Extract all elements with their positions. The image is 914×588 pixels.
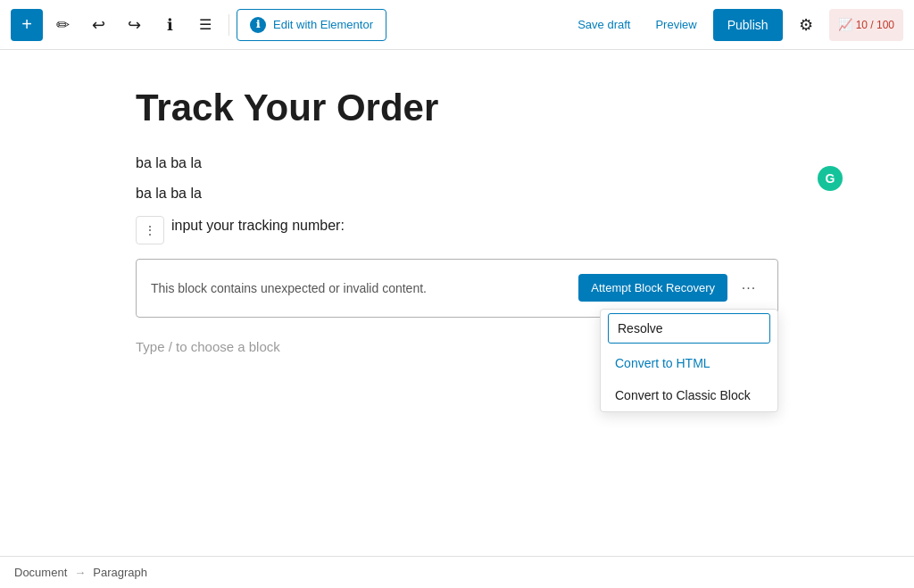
block-handle[interactable]: ⋮ <box>136 216 164 244</box>
breadcrumb-document[interactable]: Document <box>14 566 67 579</box>
undo-icon: ↩ <box>92 15 105 35</box>
redo-button[interactable]: ↪ <box>118 9 150 41</box>
tracking-block: ⋮ input your tracking number: <box>136 212 778 244</box>
toolbar-divider <box>228 14 229 36</box>
publish-button[interactable]: Publish <box>713 9 783 41</box>
main-area: Track Your Order ba la ba la ba la ba la… <box>0 50 914 556</box>
redo-icon: ↪ <box>128 15 141 35</box>
breadcrumb-paragraph[interactable]: Paragraph <box>93 566 147 579</box>
block-options-dropdown: Resolve Convert to HTML Convert to Class… <box>600 309 778 412</box>
readability-score-button[interactable]: 📈 10 / 100 <box>829 9 903 41</box>
elementor-button-label: Edit with Elementor <box>273 18 373 31</box>
attempt-recovery-button[interactable]: Attempt Block Recovery <box>578 274 727 302</box>
ellipsis-icon: ··· <box>742 280 756 296</box>
save-draft-button[interactable]: Save draft <box>569 12 639 37</box>
main-toolbar: + ✏ ↩ ↪ ℹ ☰ ℹ Edit with Elementor Save d… <box>0 0 914 50</box>
readability-trend-icon: 📈 <box>838 18 852 31</box>
tracking-block-text[interactable]: input your tracking number: <box>171 212 345 234</box>
editor-canvas[interactable]: Track Your Order ba la ba la ba la ba la… <box>0 50 914 556</box>
toolbar-left: + ✏ ↩ ↪ ℹ ☰ ℹ Edit with Elementor <box>11 9 565 41</box>
grammarly-icon[interactable]: G <box>818 166 843 191</box>
gear-icon: ⚙ <box>799 15 813 35</box>
error-block-message: This block contains unexpected or invali… <box>151 281 427 295</box>
error-block-actions: Attempt Block Recovery ··· <box>578 274 763 302</box>
resolve-menu-item[interactable]: Resolve <box>608 313 770 344</box>
info-icon: ℹ <box>167 15 173 35</box>
error-block-container: This block contains unexpected or invali… <box>136 259 778 318</box>
edit-with-elementor-button[interactable]: ℹ Edit with Elementor <box>237 9 386 41</box>
pencil-button[interactable]: ✏ <box>46 9 79 41</box>
convert-to-classic-menu-item[interactable]: Convert to Classic Block <box>601 379 777 411</box>
dots-vertical-icon: ⋮ <box>144 223 156 237</box>
status-bar: Document → Paragraph <box>0 556 914 588</box>
elementor-icon: ℹ <box>250 17 266 33</box>
readability-score: 10 / 100 <box>856 19 894 31</box>
breadcrumb-arrow: → <box>74 566 86 579</box>
paragraph-2[interactable]: ba la ba la <box>136 182 778 205</box>
toolbar-right: Save draft Preview Publish ⚙ 📈 10 / 100 <box>569 9 903 41</box>
undo-button[interactable]: ↩ <box>82 9 114 41</box>
pencil-icon: ✏ <box>56 15 70 35</box>
list-view-button[interactable]: ☰ <box>189 9 221 41</box>
paragraph-1[interactable]: ba la ba la <box>136 152 778 175</box>
settings-button[interactable]: ⚙ <box>790 9 822 41</box>
preview-button[interactable]: Preview <box>646 12 705 37</box>
info-button[interactable]: ℹ <box>154 9 186 41</box>
editor-content: Track Your Order ba la ba la ba la ba la… <box>136 86 778 520</box>
page-title[interactable]: Track Your Order <box>136 86 778 130</box>
convert-to-html-menu-item[interactable]: Convert to HTML <box>601 347 777 379</box>
add-block-button[interactable]: + <box>11 9 43 41</box>
more-options-button[interactable]: ··· <box>735 274 763 302</box>
list-icon: ☰ <box>199 16 212 33</box>
